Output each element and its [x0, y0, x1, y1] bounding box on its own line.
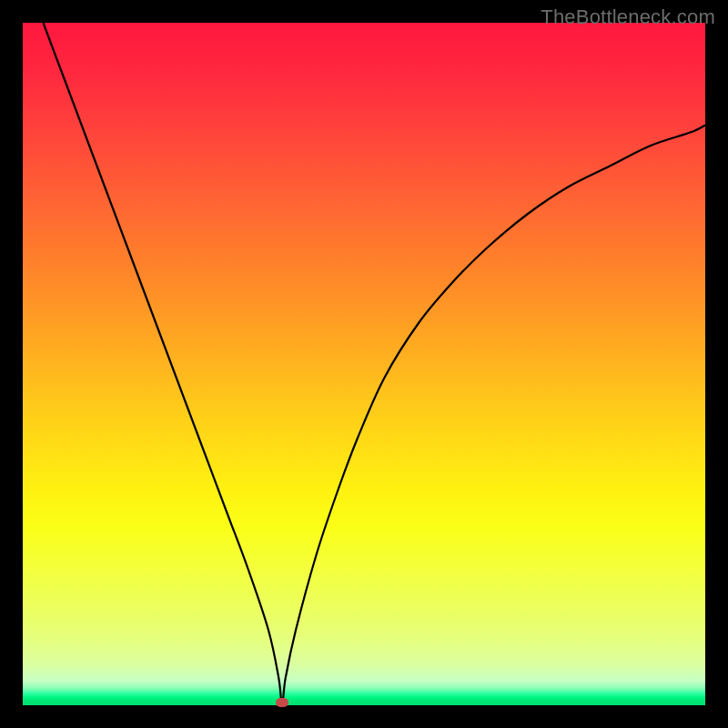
min-point-marker: [276, 698, 288, 707]
bottleneck-curve: [44, 23, 706, 705]
chart-curve-svg: [23, 23, 705, 705]
chart-frame: [23, 23, 705, 705]
watermark-text: TheBottleneck.com: [541, 5, 715, 29]
